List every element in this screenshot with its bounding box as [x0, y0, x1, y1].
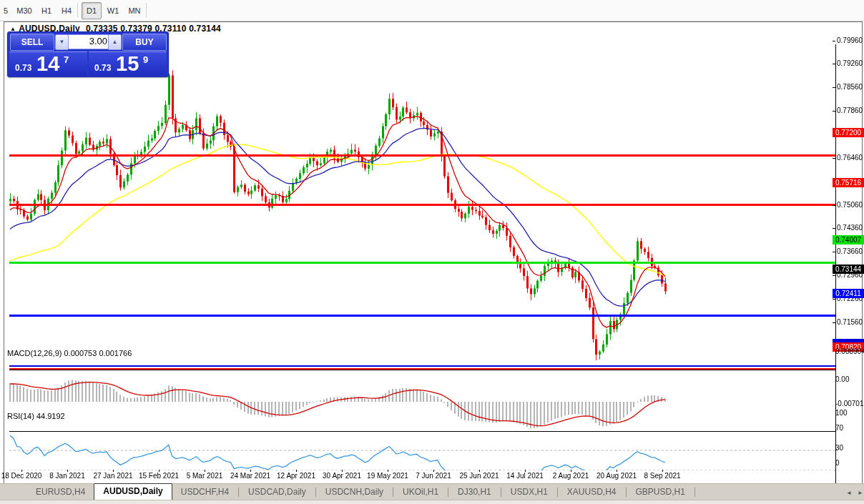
sell-price-display[interactable]: 0.73 14 7: [9, 51, 87, 76]
rsi-label: RSI(14) 44.9192: [7, 412, 65, 420]
timeframe-button-d1[interactable]: D1: [82, 2, 102, 19]
date-label: 8 Sep 2021: [644, 472, 680, 480]
price-tick-mark: [833, 299, 835, 300]
price-tick-mark: [833, 275, 835, 276]
price-tick-mark: [833, 158, 835, 159]
timeframe-button-h1[interactable]: H1: [37, 2, 56, 19]
macd-axis-label: 0.00: [835, 375, 849, 384]
rsi-axis-label: 0: [835, 459, 840, 468]
buy-price-display[interactable]: 0.73 15 9: [89, 51, 167, 76]
price-tick-mark: [833, 228, 835, 229]
date-label: 30 Apr 2021: [323, 472, 361, 480]
date-label: 19 May 2021: [367, 472, 408, 480]
date-label: 8 Jan 2021: [49, 472, 85, 480]
buy-price-big: 15: [116, 52, 139, 76]
tab-gbpusd[interactable]: GBPUSD,H1: [627, 485, 694, 500]
price-tick-mark: [833, 322, 835, 323]
tab-dj30[interactable]: DJ30,H1: [449, 485, 500, 500]
tab-eurusd[interactable]: EURUSD,H4: [27, 485, 94, 500]
date-label: 24 Mar 2021: [230, 472, 270, 480]
tab-divider: [238, 488, 239, 497]
timeframe-button-5[interactable]: 5: [0, 2, 11, 19]
tab-audusd[interactable]: AUDUSD,Daily: [94, 483, 172, 500]
date-label: 15 Feb 2021: [139, 472, 179, 480]
rsi-axis-label: 70: [835, 424, 843, 433]
price-level-badge: 0.77200: [833, 128, 864, 137]
price-tick-label: 0.75060: [837, 201, 863, 209]
trade-panel-row: SELL ▼ 3.00 ▲ BUY: [8, 32, 168, 51]
timeframe-toolbar: 5M30H1H4D1W1MN: [0, 0, 864, 21]
price-level-badge: 0.72411: [833, 289, 864, 298]
tab-scroll-right-icon[interactable]: ►: [855, 488, 864, 498]
tab-usdcad[interactable]: USDCAD,Daily: [240, 485, 315, 500]
price-tick-label: 0.79260: [837, 59, 863, 68]
price-tick-label: 0.77860: [837, 107, 863, 115]
chart-window: [4, 21, 863, 484]
price-tick-label: 0.74360: [837, 224, 863, 232]
price-level-badge: 0.74007: [833, 235, 864, 244]
date-label: 20 Aug 2021: [597, 472, 637, 480]
tab-usdchf[interactable]: USDCHF,H4: [172, 485, 237, 500]
price-tick-mark: [833, 205, 835, 206]
toolbar-separator: [77, 3, 78, 17]
price-tick-mark: [833, 252, 835, 252]
sell-price-base: 0.73: [15, 63, 31, 73]
price-tick-label: 0.73660: [837, 247, 863, 256]
price-tick-mark: [833, 41, 835, 41]
date-label: 2 Aug 2021: [553, 472, 589, 480]
price-tick-mark: [833, 111, 835, 112]
date-label: 18 Dec 2020: [1, 472, 42, 480]
macd-axis-label: 0.008904: [835, 347, 864, 356]
price-level-badge: 0.75716: [833, 178, 864, 187]
price-chart-canvas[interactable]: [9, 44, 836, 492]
symbol-tab-bar: EURUSD,H4AUDUSD,DailyUSDCHF,H4USDCAD,Dai…: [0, 483, 864, 504]
tab-divider: [557, 488, 558, 497]
tab-divider: [626, 488, 627, 497]
date-label: 27 Jan 2021: [93, 472, 132, 480]
date-label: 25 Jun 2021: [459, 472, 499, 480]
tab-ukoil[interactable]: UKOil,H1: [394, 485, 447, 500]
sell-button[interactable]: SELL: [10, 34, 54, 51]
tab-xauusd[interactable]: XAUUSD,H4: [559, 485, 625, 500]
one-click-trade-panel: SELL ▼ 3.00 ▲ BUY 0.73 14 7 0.73 15 9: [7, 31, 169, 77]
price-tick-label: 0.78560: [837, 83, 863, 92]
rsi-axis-label: 30: [835, 444, 843, 453]
price-tick-label: 0.76460: [837, 154, 863, 162]
price-tick-mark: [833, 64, 835, 64]
timeframe-button-mn[interactable]: MN: [124, 2, 144, 19]
price-tick-label: 0.79960: [837, 36, 863, 45]
tab-bar-bottom-strip: [0, 500, 864, 504]
date-label: 5 Mar 2021: [187, 472, 223, 480]
timeframe-button-m30[interactable]: M30: [13, 2, 36, 19]
volume-decrement-button[interactable]: ▼: [55, 34, 69, 50]
macd-label: MACD(12,26,9) 0.000753 0.001766: [7, 349, 132, 357]
price-tick-mark: [833, 87, 835, 88]
mt4-application: 5M30H1H4D1W1MN ▲AUDUSD,Daily0.73335 0.73…: [0, 0, 864, 504]
sell-price-big: 14: [36, 52, 59, 76]
timeframe-button-w1[interactable]: W1: [103, 2, 123, 19]
buy-button[interactable]: BUY: [122, 34, 167, 51]
tab-divider: [315, 488, 316, 497]
date-axis[interactable]: 18 Dec 20208 Jan 202127 Jan 202115 Feb 2…: [5, 470, 832, 483]
date-label: 7 Jun 2021: [416, 472, 451, 480]
date-label: 14 Jul 2021: [506, 472, 544, 480]
volume-input[interactable]: 3.00: [68, 34, 111, 49]
tab-scroll-left-icon[interactable]: ◄: [844, 488, 854, 498]
price-level-badge: 0.73144: [833, 265, 864, 274]
sell-price-sup: 7: [64, 54, 69, 65]
tab-divider: [694, 488, 695, 497]
tab-usdcnh[interactable]: USDCNH,Daily: [317, 485, 392, 500]
symbol-tabs: EURUSD,H4AUDUSD,DailyUSDCHF,H4USDCAD,Dai…: [27, 484, 696, 500]
date-label: 12 Apr 2021: [277, 472, 315, 480]
macd-axis-label: -0.007013: [835, 400, 864, 408]
timeframe-button-h4[interactable]: H4: [57, 2, 76, 19]
rsi-axis-label: 100: [835, 409, 848, 417]
buy-price-base: 0.73: [94, 63, 111, 73]
volume-increment-button[interactable]: ▲: [108, 34, 122, 50]
buy-price-sup: 9: [143, 54, 148, 65]
price-tick-label: 0.71560: [837, 318, 863, 327]
tab-divider: [393, 488, 393, 497]
toolbar-separator: [146, 3, 147, 17]
tab-usdx[interactable]: USDX,H1: [502, 485, 556, 500]
tab-divider: [448, 488, 448, 497]
